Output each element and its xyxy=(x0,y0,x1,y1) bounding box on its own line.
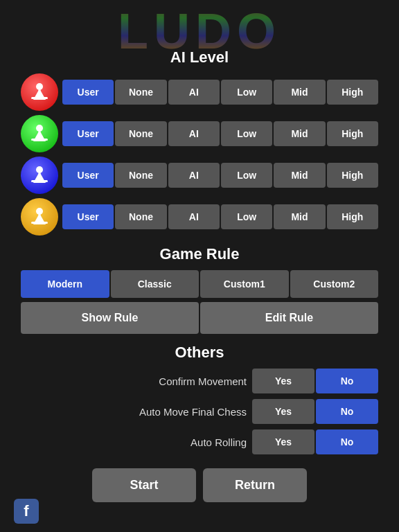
player-icon-yellow xyxy=(21,198,58,236)
player-green-btn-group: User None AI Low Mid High xyxy=(62,121,378,146)
btn-blue-high[interactable]: High xyxy=(327,163,378,188)
btn-yellow-mid[interactable]: Mid xyxy=(274,204,325,229)
rule-btn-custom2[interactable]: Custom2 xyxy=(290,270,379,298)
confirm-movement-no[interactable]: No xyxy=(316,369,378,393)
auto-move-yes[interactable]: Yes xyxy=(252,399,314,424)
btn-green-ai[interactable]: AI xyxy=(168,121,220,146)
player-red-btn-group: User None AI Low Mid High xyxy=(62,80,378,105)
player-row-red: User None AI Low Mid High xyxy=(21,73,378,111)
player-row-yellow: User None AI Low Mid High xyxy=(21,198,378,236)
svg-rect-7 xyxy=(31,180,48,182)
player-icon-green xyxy=(21,115,58,152)
svg-rect-1 xyxy=(31,97,48,99)
player-icon-red xyxy=(21,73,58,111)
rule-btn-classic[interactable]: Classic xyxy=(111,270,200,298)
auto-rolling-yes[interactable]: Yes xyxy=(252,429,314,454)
svg-rect-4 xyxy=(31,139,48,141)
btn-green-user[interactable]: User xyxy=(62,121,114,146)
player-row-blue: User None AI Low Mid High xyxy=(21,157,378,194)
confirm-movement-row: Confirm Movement Yes No xyxy=(21,369,378,393)
ai-level-title: AI Level xyxy=(21,48,378,66)
svg-rect-5 xyxy=(39,128,41,139)
btn-green-low[interactable]: Low xyxy=(221,121,272,146)
btn-red-low[interactable]: Low xyxy=(221,80,272,105)
auto-move-toggle: Yes No xyxy=(252,399,378,424)
game-rule-section: Game Rule Modern Classic Custom1 Custom2… xyxy=(21,245,378,334)
btn-yellow-low[interactable]: Low xyxy=(221,204,272,229)
btn-red-mid[interactable]: Mid xyxy=(274,80,325,105)
svg-rect-10 xyxy=(31,222,48,224)
btn-blue-mid[interactable]: Mid xyxy=(274,163,325,188)
player-row-green: User None AI Low Mid High xyxy=(21,115,378,152)
rule-action-group: Show Rule Edit Rule xyxy=(21,302,378,334)
others-title: Others xyxy=(21,344,378,362)
btn-green-mid[interactable]: Mid xyxy=(274,121,325,146)
auto-rolling-row: Auto Rolling Yes No xyxy=(21,429,378,454)
player-icon-blue xyxy=(21,157,58,194)
show-rule-button[interactable]: Show Rule xyxy=(21,302,199,334)
btn-blue-none[interactable]: None xyxy=(115,163,166,188)
game-rule-btn-group: Modern Classic Custom1 Custom2 xyxy=(21,270,378,298)
rule-btn-custom1[interactable]: Custom1 xyxy=(200,270,289,298)
auto-move-row: Auto Move Final Chess Yes No xyxy=(21,399,378,424)
start-button[interactable]: Start xyxy=(92,468,196,502)
svg-rect-11 xyxy=(39,211,41,222)
btn-yellow-high[interactable]: High xyxy=(327,204,378,229)
btn-blue-user[interactable]: User xyxy=(62,163,114,188)
btn-blue-low[interactable]: Low xyxy=(221,163,272,188)
confirm-movement-yes[interactable]: Yes xyxy=(252,369,314,393)
auto-rolling-label: Auto Rolling xyxy=(21,436,247,448)
btn-yellow-ai[interactable]: AI xyxy=(168,204,220,229)
btn-red-user[interactable]: User xyxy=(62,80,114,105)
game-rule-title: Game Rule xyxy=(21,245,378,263)
svg-rect-2 xyxy=(39,87,41,97)
confirm-movement-label: Confirm Movement xyxy=(21,375,247,387)
btn-red-ai[interactable]: AI xyxy=(168,80,220,105)
btn-green-none[interactable]: None xyxy=(115,121,166,146)
btn-green-high[interactable]: High xyxy=(327,121,378,146)
btn-yellow-user[interactable]: User xyxy=(62,204,114,229)
svg-rect-8 xyxy=(39,170,41,180)
auto-move-label: Auto Move Final Chess xyxy=(21,406,247,418)
others-section: Others Confirm Movement Yes No Auto Move… xyxy=(21,344,378,454)
btn-red-none[interactable]: None xyxy=(115,80,166,105)
bottom-buttons: Start Return xyxy=(21,468,378,502)
facebook-icon[interactable]: f xyxy=(14,499,39,524)
auto-rolling-toggle: Yes No xyxy=(252,429,378,454)
auto-rolling-no[interactable]: No xyxy=(316,429,378,454)
return-button[interactable]: Return xyxy=(203,468,307,502)
btn-yellow-none[interactable]: None xyxy=(115,204,166,229)
auto-move-no[interactable]: No xyxy=(316,399,378,424)
btn-red-high[interactable]: High xyxy=(327,80,378,105)
confirm-movement-toggle: Yes No xyxy=(252,369,378,393)
btn-blue-ai[interactable]: AI xyxy=(168,163,220,188)
edit-rule-button[interactable]: Edit Rule xyxy=(200,302,378,334)
player-blue-btn-group: User None AI Low Mid High xyxy=(62,163,378,188)
player-yellow-btn-group: User None AI Low Mid High xyxy=(62,204,378,229)
rule-btn-modern[interactable]: Modern xyxy=(21,270,109,298)
